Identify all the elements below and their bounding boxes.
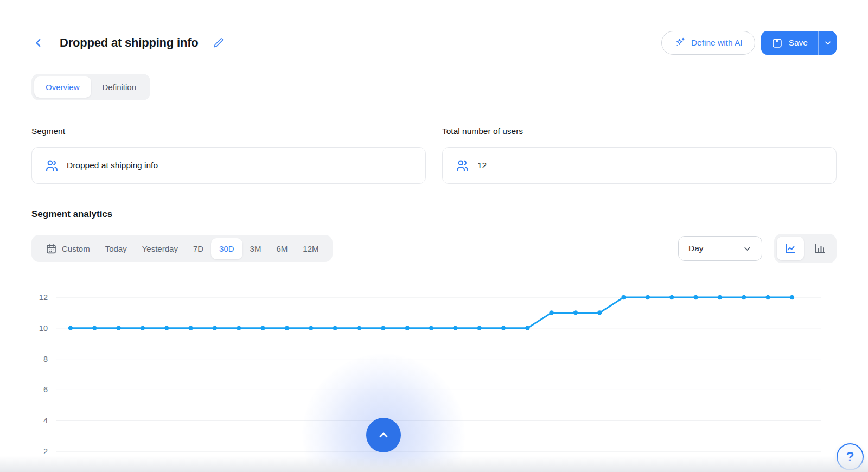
segment-value: Dropped at shipping info: [67, 161, 158, 170]
data-point[interactable]: [693, 295, 698, 299]
range-option-3m[interactable]: 3M: [242, 238, 269, 259]
topbar: Dropped at shipping info Define with AI: [31, 30, 837, 55]
data-point[interactable]: [646, 295, 650, 299]
data-point[interactable]: [405, 326, 409, 330]
data-point[interactable]: [309, 326, 313, 330]
data-point[interactable]: [92, 326, 97, 330]
range-option-12m[interactable]: 12M: [295, 238, 326, 259]
data-point[interactable]: [381, 326, 385, 330]
range-option-7d[interactable]: 7D: [186, 238, 211, 259]
segment-overview-page: Dropped at shipping info Define with AI: [0, 0, 868, 472]
calendar-icon: [46, 243, 57, 254]
view-tabs: Overview Definition: [31, 74, 150, 100]
y-tick-label: 8: [43, 355, 48, 363]
bar-chart-toggle-button[interactable]: [807, 237, 834, 260]
data-point[interactable]: [597, 310, 602, 315]
data-point[interactable]: [68, 326, 73, 330]
y-tick-label: 10: [39, 324, 48, 333]
define-with-ai-button[interactable]: Define with AI: [661, 31, 755, 55]
data-point[interactable]: [116, 326, 120, 330]
data-point[interactable]: [765, 295, 770, 299]
define-with-ai-label: Define with AI: [691, 38, 743, 48]
range-option-label: 3M: [250, 244, 261, 253]
data-point[interactable]: [357, 326, 361, 330]
data-point[interactable]: [621, 295, 626, 299]
range-option-label: Yesterday: [142, 244, 178, 253]
sparkle-icon: [674, 37, 686, 49]
save-options-button[interactable]: [819, 31, 837, 55]
edit-title-button[interactable]: [212, 36, 226, 50]
pencil-icon: [213, 37, 225, 49]
segment-field: Segment Dropped at shipping info: [31, 126, 426, 184]
range-option-label: Custom: [62, 244, 90, 253]
scroll-top-button[interactable]: [366, 418, 401, 452]
floppy-disk-icon: [771, 37, 783, 49]
data-point[interactable]: [164, 326, 169, 330]
y-tick-label: 2: [43, 447, 48, 456]
y-tick-label: 12: [39, 293, 48, 302]
granularity-select[interactable]: Day: [678, 236, 762, 261]
range-option-6m[interactable]: 6M: [269, 238, 295, 259]
range-option-today[interactable]: Today: [98, 238, 135, 259]
data-point[interactable]: [669, 295, 674, 299]
segment-label: Segment: [31, 126, 426, 136]
chevron-up-icon: [376, 428, 391, 442]
tab-definition[interactable]: Definition: [91, 76, 148, 98]
data-point[interactable]: [285, 326, 289, 330]
users-icon: [45, 159, 59, 173]
total-users-value: 12: [477, 161, 487, 170]
granularity-value: Day: [688, 244, 704, 253]
tab-overview[interactable]: Overview: [34, 76, 91, 98]
range-option-label: 6M: [276, 244, 288, 253]
analytics-controls: CustomTodayYesterday7D30D3M6M12M Day: [31, 234, 837, 263]
save-label: Save: [789, 38, 808, 48]
data-point[interactable]: [477, 326, 481, 330]
segment-card[interactable]: Dropped at shipping info: [31, 147, 426, 184]
help-button[interactable]: ?: [837, 443, 864, 470]
range-option-30d[interactable]: 30D: [211, 238, 242, 259]
range-option-label: 12M: [303, 244, 318, 253]
data-point[interactable]: [742, 295, 746, 299]
chevron-down-icon: [743, 244, 752, 253]
chevron-down-icon: [824, 39, 832, 47]
data-point[interactable]: [141, 326, 145, 330]
chevron-left-icon: [33, 37, 44, 49]
analytics-controls-right: Day: [678, 234, 837, 263]
range-option-label: 30D: [219, 244, 234, 253]
data-point[interactable]: [260, 326, 265, 330]
line-chart-icon: [784, 242, 797, 255]
data-point[interactable]: [453, 326, 457, 330]
data-point[interactable]: [213, 326, 217, 330]
line-chart-toggle-button[interactable]: [777, 237, 804, 260]
segment-analytics-chart: 12108642: [0, 272, 868, 469]
bar-chart-icon: [814, 242, 827, 255]
data-point[interactable]: [429, 326, 433, 330]
total-users-label: Total number of users: [442, 126, 837, 136]
range-option-label: 7D: [193, 244, 203, 253]
data-point[interactable]: [790, 295, 794, 299]
overview-fields: Segment Dropped at shipping info Total n…: [31, 126, 837, 184]
segment-analytics-title: Segment analytics: [31, 209, 837, 220]
users-icon: [456, 159, 469, 173]
data-point[interactable]: [525, 326, 529, 330]
save-split-button: Save: [761, 31, 837, 55]
range-option-label: Today: [105, 244, 127, 253]
data-point[interactable]: [237, 326, 241, 330]
page-title: Dropped at shipping info: [60, 36, 199, 50]
total-users-field: Total number of users 12: [442, 126, 837, 184]
data-point[interactable]: [718, 295, 722, 299]
save-button[interactable]: Save: [761, 31, 818, 55]
range-option-custom[interactable]: Custom: [38, 238, 98, 259]
data-point[interactable]: [501, 326, 506, 330]
y-tick-label: 6: [43, 385, 48, 394]
question-mark-icon: ?: [846, 449, 854, 464]
back-button[interactable]: [31, 36, 46, 50]
date-range-picker: CustomTodayYesterday7D30D3M6M12M: [31, 235, 333, 262]
data-point[interactable]: [573, 310, 578, 315]
total-users-card: 12: [442, 147, 837, 184]
data-point[interactable]: [333, 326, 337, 330]
data-point[interactable]: [188, 326, 193, 330]
data-point[interactable]: [549, 310, 553, 315]
y-tick-label: 4: [43, 416, 48, 425]
range-option-yesterday[interactable]: Yesterday: [135, 238, 186, 259]
